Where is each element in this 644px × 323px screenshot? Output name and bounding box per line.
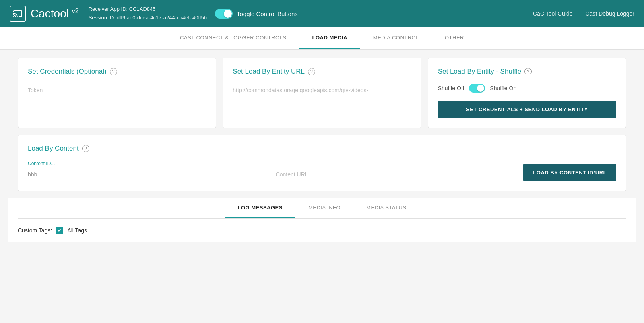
main-content: Set Credentials (Optional) ? Set Load By… [8, 50, 636, 250]
shuffle-off-label: Shuffle Off [438, 85, 464, 91]
toggle-control-section: Toggle Control Buttons [215, 9, 298, 19]
shuffle-toggle[interactable] [469, 84, 485, 93]
tab-media-status[interactable]: MEDIA STATUS [353, 198, 419, 218]
session-info: Receiver App ID: CC1AD845 Session ID: df… [89, 5, 207, 22]
shuffle-on-label: Shuffle On [490, 85, 516, 91]
content-url-group [276, 168, 517, 181]
tab-other[interactable]: OTHER [432, 27, 477, 49]
app-header: Cactool v2 Receiver App ID: CC1AD845 Ses… [0, 0, 644, 27]
bottom-tab-bar: LOG MESSAGES MEDIA INFO MEDIA STATUS [18, 198, 626, 219]
load-content-card-title: Load By Content ? [28, 145, 616, 153]
credentials-help-icon[interactable]: ? [110, 68, 117, 75]
shuffle-card-title: Set Load By Entity - Shuffle ? [438, 68, 616, 76]
toggle-control-label: Toggle Control Buttons [237, 10, 298, 17]
cast-debug-logger-link[interactable]: Cast Debug Logger [586, 10, 634, 17]
tab-load-media[interactable]: LOAD MEDIA [299, 27, 360, 49]
tab-cast-connect[interactable]: CAST CONNECT & LOGGER CONTROLS [167, 27, 299, 49]
logo-section: Cactool v2 [10, 6, 79, 22]
main-tab-bar: CAST CONNECT & LOGGER CONTROLS LOAD MEDI… [0, 27, 644, 50]
content-id-label: Content ID... [28, 161, 269, 166]
session-id: Session ID: dff9fab0-dcea-4c17-a244-ca4e… [89, 14, 207, 22]
load-content-help-icon[interactable]: ? [82, 145, 89, 152]
set-credentials-send-load-by-entity-button[interactable]: SET CREDENTIALS + SEND LOAD BY ENTITY [438, 101, 616, 118]
shuffle-toggle-row: Shuffle Off Shuffle On [438, 84, 616, 93]
header-nav: CaC Tool Guide Cast Debug Logger [533, 10, 634, 17]
top-cards-row: Set Credentials (Optional) ? Set Load By… [18, 58, 626, 128]
custom-tags-row: Custom Tags: All Tags [18, 227, 626, 234]
cast-logo-icon [10, 6, 26, 22]
entity-url-card: Set Load By Entity URL ? [223, 58, 421, 128]
entity-url-card-title: Set Load By Entity URL ? [233, 68, 411, 76]
entity-url-help-icon[interactable]: ? [308, 68, 315, 75]
load-content-card: Load By Content ? Content ID... LOAD BY … [18, 135, 626, 191]
content-id-input[interactable] [28, 168, 269, 181]
content-url-input[interactable] [276, 168, 517, 181]
cac-tool-guide-link[interactable]: CaC Tool Guide [533, 10, 573, 17]
load-by-content-id-url-button[interactable]: LOAD BY CONTENT ID/URL [523, 164, 616, 181]
custom-tags-label: Custom Tags: [18, 227, 52, 234]
logo-text: Cactool v2 [31, 7, 79, 20]
all-tags-label: All Tags [67, 227, 87, 234]
load-content-inputs-row: Content ID... LOAD BY CONTENT ID/URL [28, 161, 616, 181]
content-id-group: Content ID... [28, 161, 269, 181]
bottom-section: LOG MESSAGES MEDIA INFO MEDIA STATUS Cus… [8, 198, 636, 242]
entity-url-input[interactable] [233, 84, 411, 97]
shuffle-card: Set Load By Entity - Shuffle ? Shuffle O… [428, 58, 626, 128]
control-buttons-toggle[interactable] [215, 9, 233, 19]
token-input[interactable] [28, 84, 206, 97]
receiver-app-id: Receiver App ID: CC1AD845 [89, 5, 207, 14]
credentials-card: Set Credentials (Optional) ? [18, 58, 216, 128]
credentials-card-title: Set Credentials (Optional) ? [28, 68, 206, 76]
shuffle-help-icon[interactable]: ? [524, 68, 532, 75]
tab-log-messages[interactable]: LOG MESSAGES [225, 198, 295, 218]
bottom-content-area: Custom Tags: All Tags [18, 219, 626, 242]
tab-media-info[interactable]: MEDIA INFO [295, 198, 353, 218]
tab-media-control[interactable]: MEDIA CONTROL [360, 27, 432, 49]
all-tags-checkbox[interactable] [56, 227, 63, 234]
